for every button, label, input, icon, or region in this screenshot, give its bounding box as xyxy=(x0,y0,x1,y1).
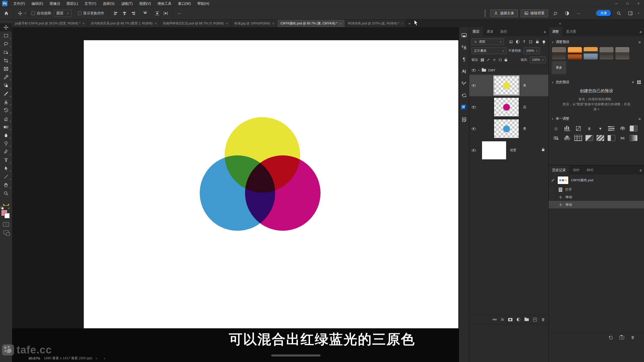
levels-icon[interactable] xyxy=(563,125,571,131)
layer-row-yellow[interactable]: 黄 xyxy=(469,75,548,96)
layer-row-cyan[interactable]: 青 xyxy=(469,118,548,140)
close-icon[interactable]: × xyxy=(633,0,644,7)
crop-tool[interactable] xyxy=(0,56,12,65)
preset-thumbnail[interactable] xyxy=(583,47,598,60)
notes-panel-icon[interactable] xyxy=(459,115,469,125)
eyedropper-tool[interactable] xyxy=(0,73,12,81)
add-mask-icon[interactable] xyxy=(508,318,512,321)
exposure-icon[interactable]: ± xyxy=(585,125,593,131)
preset-thumbnail[interactable] xyxy=(552,47,566,60)
menu-plugins[interactable]: 增效工具 xyxy=(154,0,175,7)
panel-menu-icon[interactable]: ≡ xyxy=(637,166,644,175)
new-adjustment-layer-icon[interactable] xyxy=(517,318,520,321)
color-lookup-icon[interactable] xyxy=(574,135,582,141)
layer-thumbnail[interactable] xyxy=(494,119,519,138)
layer-name[interactable]: 黄 xyxy=(523,83,526,88)
layer-style-fx-icon[interactable]: fx xyxy=(501,318,504,322)
align-top-icon[interactable] xyxy=(141,9,149,18)
group-expand-icon[interactable]: ∨ xyxy=(478,69,480,71)
tab-layers[interactable]: 图层 xyxy=(469,27,483,36)
zoom-tool[interactable] xyxy=(0,189,12,197)
document-tab[interactable]: 色域.jpg @ 100%(RGB/8)× xyxy=(231,20,277,27)
list-view-icon[interactable]: ≡ xyxy=(638,117,641,121)
brush-tool[interactable] xyxy=(0,89,12,98)
libraries-panel-icon[interactable] xyxy=(459,30,469,40)
black-white-icon[interactable] xyxy=(630,125,637,131)
layer-name[interactable]: 品 xyxy=(523,105,526,109)
select-subject-button[interactable]: 选择主体 xyxy=(490,10,518,17)
posterize-icon[interactable] xyxy=(596,135,604,141)
character-panel-icon[interactable]: A| xyxy=(459,66,469,76)
layer-row-magenta[interactable]: 品 xyxy=(469,96,548,118)
new-snapshot-camera-icon[interactable] xyxy=(619,336,624,339)
collapse-dock-icon[interactable]: « xyxy=(559,20,561,27)
document-tab[interactable]: 色相环钟表记忆法.psd @ 66.7% (Y, RGB/8)× xyxy=(160,20,231,27)
swap-colors-icon[interactable] xyxy=(7,207,11,211)
frame-tool[interactable] xyxy=(0,65,12,73)
more-presets-button[interactable]: 更多 xyxy=(552,61,566,74)
grid-view-icon[interactable] xyxy=(637,80,641,84)
minimize-icon[interactable]: ─ xyxy=(611,0,622,7)
menu-edit[interactable]: 编辑(E) xyxy=(28,0,47,7)
align-center-horizontal-icon[interactable] xyxy=(120,9,129,18)
tab-overflow-icon[interactable]: » xyxy=(406,20,413,27)
snapshot-thumbnail[interactable] xyxy=(557,176,569,184)
close-icon[interactable]: × xyxy=(83,22,85,25)
document-tab[interactable]: ps新手村-CMYK.psd @ 29.5% (背景, RGB/8) *× xyxy=(12,20,88,27)
marquee-tool[interactable] xyxy=(0,31,12,40)
filter-pixel-layers-icon[interactable] xyxy=(509,40,513,44)
history-step-move-selected[interactable]: 移动 xyxy=(549,201,644,208)
align-right-icon[interactable] xyxy=(129,9,137,18)
history-snapshot-row[interactable]: CMYK颜色.psd xyxy=(549,175,644,186)
gradient-tool[interactable] xyxy=(0,123,12,131)
distribute-horizontal-icon[interactable] xyxy=(162,9,170,18)
layer-thumbnail[interactable] xyxy=(494,76,519,95)
align-left-icon[interactable] xyxy=(112,9,120,18)
layer-row-background[interactable]: 背景 xyxy=(469,140,548,161)
remove-background-button[interactable]: 移除背景 xyxy=(521,10,548,17)
panel-menu-icon[interactable]: ≡ xyxy=(541,27,548,36)
visibility-eye-icon[interactable] xyxy=(472,84,476,87)
hue-saturation-icon[interactable] xyxy=(608,125,615,131)
quick-mask-icon[interactable] xyxy=(3,222,9,227)
color-balance-icon[interactable] xyxy=(619,125,626,131)
filter-adjustment-layers-icon[interactable] xyxy=(515,40,520,43)
history-brush-source-icon[interactable] xyxy=(551,178,555,183)
contrast-icon[interactable] xyxy=(563,9,571,18)
crop-banner-icon[interactable] xyxy=(551,9,560,18)
menu-filter[interactable]: 滤镜(T) xyxy=(118,0,136,7)
menu-file[interactable]: 文件(F) xyxy=(10,0,28,7)
channel-mixer-icon[interactable] xyxy=(563,135,571,141)
layer-group-row[interactable]: ∨ CMY xyxy=(469,66,548,75)
status-chevron-icon[interactable]: › xyxy=(96,356,97,360)
pen-tool[interactable] xyxy=(0,148,12,156)
restore-icon[interactable]: □ xyxy=(622,0,633,7)
close-icon[interactable]: › xyxy=(401,22,403,25)
zoom-level[interactable]: 80.67% xyxy=(29,356,40,360)
history-source-box[interactable] xyxy=(550,203,553,206)
type-tool[interactable]: T xyxy=(0,156,12,164)
delete-layer-icon[interactable] xyxy=(541,318,545,322)
menu-select[interactable]: 选择(S) xyxy=(100,0,118,7)
list-view-icon[interactable]: ≡ xyxy=(638,40,641,44)
paragraph-panel-icon[interactable]: ¶ xyxy=(459,54,469,64)
layer-name[interactable]: 青 xyxy=(523,126,526,131)
brightness-contrast-icon[interactable]: ☼ xyxy=(552,125,560,131)
history-step-move[interactable]: 移动 xyxy=(549,193,644,201)
document-canvas[interactable] xyxy=(84,40,458,328)
threshold-icon[interactable] xyxy=(608,135,615,141)
layer-thumbnail[interactable] xyxy=(494,98,519,117)
visibility-eye-icon[interactable] xyxy=(472,149,476,152)
fill-value-dropdown[interactable]: 100% ∨ xyxy=(530,57,546,63)
layer-name[interactable]: 背景 xyxy=(510,148,516,153)
add-preset-icon[interactable]: + xyxy=(632,80,634,85)
path-selection-tool[interactable] xyxy=(0,164,12,172)
panel-menu-icon[interactable]: ≡ xyxy=(637,27,644,36)
close-icon[interactable]: × xyxy=(272,22,274,25)
horizontal-scrollbar[interactable] xyxy=(271,354,320,356)
share-button[interactable]: 共享 xyxy=(596,10,612,17)
object-selection-tool[interactable] xyxy=(0,48,12,56)
new-document-from-state-icon[interactable] xyxy=(608,335,613,340)
close-icon[interactable]: × xyxy=(155,22,157,25)
move-tool-preset-icon[interactable] xyxy=(16,9,24,18)
